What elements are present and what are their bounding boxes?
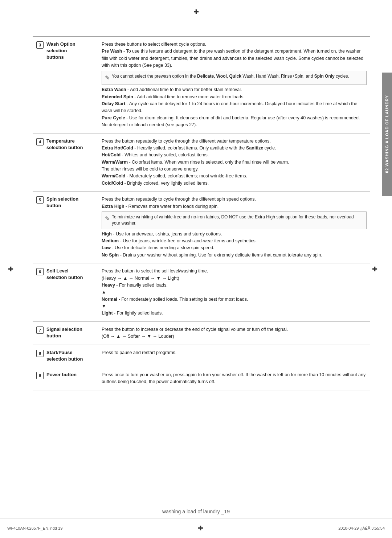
note-icon: ✎ [105,74,110,83]
label-inner: 3 Wash Optionselectionbuttons [36,41,94,61]
table-row: 7 Signal selectionbutton Press the butto… [33,321,370,345]
label-inner: 9 Power button [36,371,94,379]
footer-crosshair-icon: ✚ [198,524,203,532]
power-desc: Press once to turn your washer on, press… [98,367,370,390]
footer-right: 2010-04-29 ¿ÀÈÄ 3:55:54 [338,526,385,530]
label-cell-soil: 6 Soil Levelselection button [33,263,98,322]
number-badge-3: 3 [36,41,44,49]
label-cell-signal: 7 Signal selectionbutton [33,321,98,345]
table-row: 9 Power button Press once to turn your w… [33,367,370,390]
side-tab: 02 WASHING A LOAD OF LAUNDRY [382,73,392,196]
prewash-note: ✎ You cannot select the prewash option i… [102,71,367,85]
right-crosshair-icon: ✚ [372,265,377,273]
footer-left: WF410AN-02657F_EN.indd 19 [7,526,62,530]
wash-option-label: Wash Optionselectionbuttons [46,41,75,61]
label-cell-wash-option: 3 Wash Optionselectionbuttons [33,37,98,134]
main-content: 3 Wash Optionselectionbuttons Press thes… [33,36,370,502]
table-row: 6 Soil Levelselection button Press the b… [33,263,370,322]
temperature-label: Temperatureselection button [46,138,83,151]
table-row: 4 Temperatureselection button Press the … [33,133,370,192]
label-cell-spin: 5 Spin selectionbutton [33,192,98,263]
number-badge-5: 5 [36,196,44,204]
spin-label: Spin selectionbutton [46,196,78,209]
startpause-label: Start/Pauseselection button [46,349,83,362]
soil-label: Soil Levelselection button [46,268,83,281]
soil-desc: Press the button to select the soil leve… [98,263,370,322]
wash-option-desc: Press these buttons to select different … [98,37,370,134]
page-subtitle: washing a load of laundry _19 [162,509,230,514]
table-row: 8 Start/Pauseselection button Press to p… [33,345,370,367]
number-badge-6: 6 [36,268,44,275]
number-badge-8: 8 [36,350,44,357]
top-crosshair-icon: ✚ [193,8,199,16]
table-row: 5 Spin selectionbutton Press the button … [33,192,370,263]
note-icon: ✎ [105,214,110,223]
note-text: To minimize wrinkling of wrinkle-free an… [112,214,363,227]
label-cell-startpause: 8 Start/Pauseselection button [33,345,98,367]
footer: WF410AN-02657F_EN.indd 19 ✚ 2010-04-29 ¿… [0,518,392,538]
number-badge-4: 4 [36,138,44,145]
page-wrapper: ✚ ✚ ✚ 02 WASHING A LOAD OF LAUNDRY 3 Was… [0,0,392,538]
label-inner: 4 Temperatureselection button [36,138,94,151]
label-inner: 5 Spin selectionbutton [36,196,94,209]
startpause-desc: Press to pause and restart programs. [98,345,370,367]
info-table: 3 Wash Optionselectionbuttons Press thes… [33,36,370,390]
label-inner: 8 Start/Pauseselection button [36,349,94,362]
number-badge-9: 9 [36,372,44,379]
signal-label: Signal selectionbutton [46,326,82,339]
signal-desc: Press the button to increase or decrease… [98,321,370,345]
label-inner: 7 Signal selectionbutton [36,326,94,339]
side-tab-text: 02 WASHING A LOAD OF LAUNDRY [385,95,389,173]
label-inner: 6 Soil Levelselection button [36,268,94,281]
spin-desc: Press the button repeatedly to cycle thr… [98,192,370,263]
table-row: 3 Wash Optionselectionbuttons Press thes… [33,37,370,134]
number-badge-7: 7 [36,327,44,334]
label-cell-power: 9 Power button [33,367,98,390]
left-crosshair-icon: ✚ [8,265,13,273]
power-label: Power button [46,371,77,378]
note-text: You cannot select the prewash option in … [112,73,349,79]
temperature-desc: Press the button repeatedly to cycle thr… [98,133,370,192]
label-cell-temperature: 4 Temperatureselection button [33,133,98,192]
spin-note: ✎ To minimize wrinkling of wrinkle-free … [102,211,367,229]
